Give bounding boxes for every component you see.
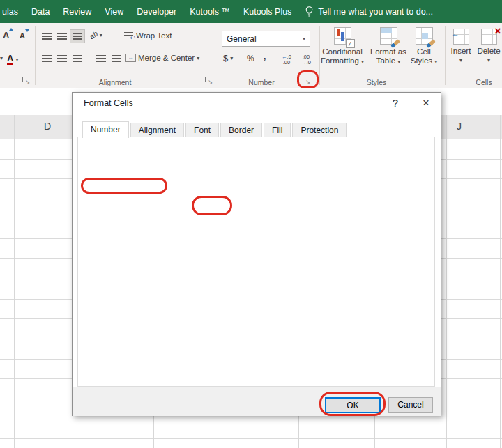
x-icon: ×	[494, 26, 501, 36]
menu-tab[interactable]: Kutools Plus	[243, 7, 291, 17]
percent-style-button[interactable]: %	[247, 54, 254, 63]
styles-group-label: Styles	[367, 78, 387, 86]
decrease-decimal-button[interactable]: .00 →.0	[297, 52, 315, 68]
merge-center-button[interactable]: ↔ Merge & Center▾	[126, 54, 199, 62]
center-button[interactable]	[54, 52, 70, 65]
font-color-button[interactable]: A▾	[7, 54, 18, 65]
ok-button[interactable]: OK	[325, 397, 381, 413]
dialog-tab[interactable]: Alignment	[130, 123, 184, 137]
increase-indent-icon	[112, 55, 121, 56]
dialog-tab-strip: NumberAlignmentFontBorderFillProtection	[82, 121, 348, 137]
orientation-button[interactable]: ab▾	[89, 31, 102, 39]
ribbon: A A ▾ A▾ ab▾ ↩ Wrap Text ↔ Merge & Cente…	[0, 23, 502, 88]
menu-tab[interactable]: Developer	[137, 7, 176, 17]
dialog-footer: OK Cancel	[73, 387, 441, 416]
increase-indent-button[interactable]	[109, 52, 124, 65]
number-group-label: Number	[248, 78, 274, 86]
delete-cells-button[interactable]: × Delete ▾	[476, 29, 502, 65]
wrap-text-icon: ↩	[124, 31, 134, 40]
dialog-title-bar[interactable]: Format Cells ? ×	[73, 93, 441, 114]
align-left-button[interactable]	[39, 52, 54, 65]
conditional-formatting-icon: ≠	[334, 27, 351, 45]
tell-me-label: Tell me what you want to do...	[318, 7, 433, 17]
cancel-button[interactable]: Cancel	[388, 397, 433, 413]
align-right-icon	[73, 55, 82, 56]
orientation-icon: ab	[88, 29, 99, 41]
font-color-icon: A	[7, 54, 13, 65]
number-dialog-launcher-icon[interactable]	[302, 76, 310, 84]
comma-style-button[interactable]: ,	[264, 52, 266, 61]
top-align-button[interactable]	[39, 29, 54, 43]
format-as-table-button[interactable]: Format as Table ▾	[367, 27, 409, 66]
format-as-table-icon	[380, 27, 397, 45]
align-right-button[interactable]	[70, 52, 85, 65]
chevron-down-icon: ▾	[303, 36, 305, 42]
font-dialog-launcher-icon[interactable]	[22, 76, 29, 84]
bottom-align-button[interactable]	[70, 29, 85, 43]
dialog-title: Format Cells	[84, 98, 133, 108]
middle-align-button[interactable]	[54, 29, 70, 43]
accounting-format-button[interactable]: $▾	[223, 53, 233, 63]
middle-align-icon	[57, 33, 67, 34]
format-cells-dialog: Format Cells ? × NumberAlignmentFontBord…	[72, 92, 441, 416]
decrease-font-size-button[interactable]: A	[20, 31, 25, 40]
tell-me-box[interactable]: Tell me what you want to do...	[305, 6, 433, 17]
close-icon[interactable]: ×	[417, 96, 435, 110]
dialog-tab[interactable]: Border	[220, 123, 262, 137]
lightbulb-icon	[305, 6, 314, 17]
increase-font-size-button[interactable]: A	[3, 30, 9, 40]
cell-styles-button[interactable]: Cell Styles ▾	[408, 27, 440, 66]
alignment-dialog-launcher-icon[interactable]	[204, 76, 212, 84]
number-format-combobox[interactable]: General▾	[222, 31, 310, 47]
decrease-indent-icon	[96, 55, 106, 56]
menu-tab[interactable]: Data	[31, 7, 50, 17]
cell-styles-icon	[416, 27, 433, 45]
cells-group-label: Cells	[476, 78, 492, 86]
menu-tab[interactable]: Kutools ™	[190, 7, 230, 17]
dialog-tab[interactable]: Protection	[292, 123, 347, 137]
delete-cells-icon: ×	[481, 29, 497, 45]
arrow-right-icon: →	[301, 59, 307, 65]
column-header-d[interactable]: D	[44, 121, 51, 132]
increase-decimal-button[interactable]: ←.0 .00	[277, 52, 296, 68]
align-left-icon	[42, 55, 52, 56]
insert-cells-button[interactable]: ← Insert ▾	[448, 29, 474, 65]
menu-tab[interactable]: ulas	[2, 7, 18, 17]
dialog-tab[interactable]: Font	[185, 123, 219, 137]
wrap-text-button[interactable]: ↩ Wrap Text	[124, 31, 172, 40]
help-icon[interactable]: ?	[386, 96, 404, 110]
dialog-tab[interactable]: Number	[82, 121, 129, 138]
insert-cells-icon: ←	[453, 29, 469, 45]
ribbon-menu-bar: ulasDataReviewViewDeveloperKutools ™Kuto…	[0, 0, 502, 23]
menu-tab[interactable]: Review	[63, 7, 91, 17]
dialog-tab[interactable]: Fill	[264, 123, 291, 137]
border-dropdown-caret[interactable]: ▾	[0, 55, 3, 61]
center-icon	[57, 55, 67, 56]
menu-tab[interactable]: View	[105, 7, 123, 17]
decrease-indent-button[interactable]	[93, 52, 109, 65]
excel-window: ulasDataReviewViewDeveloperKutools ™Kuto…	[0, 0, 502, 448]
bottom-align-icon	[73, 33, 82, 34]
number-tab-page	[77, 137, 435, 387]
conditional-formatting-button[interactable]: ≠ Conditional Formatting ▾	[319, 27, 365, 66]
alignment-group-label: Alignment	[99, 78, 132, 86]
column-header-j[interactable]: J	[457, 121, 462, 132]
arrow-left-icon: ←	[452, 29, 459, 38]
top-align-icon	[42, 33, 52, 34]
merge-center-icon: ↔	[126, 54, 136, 62]
